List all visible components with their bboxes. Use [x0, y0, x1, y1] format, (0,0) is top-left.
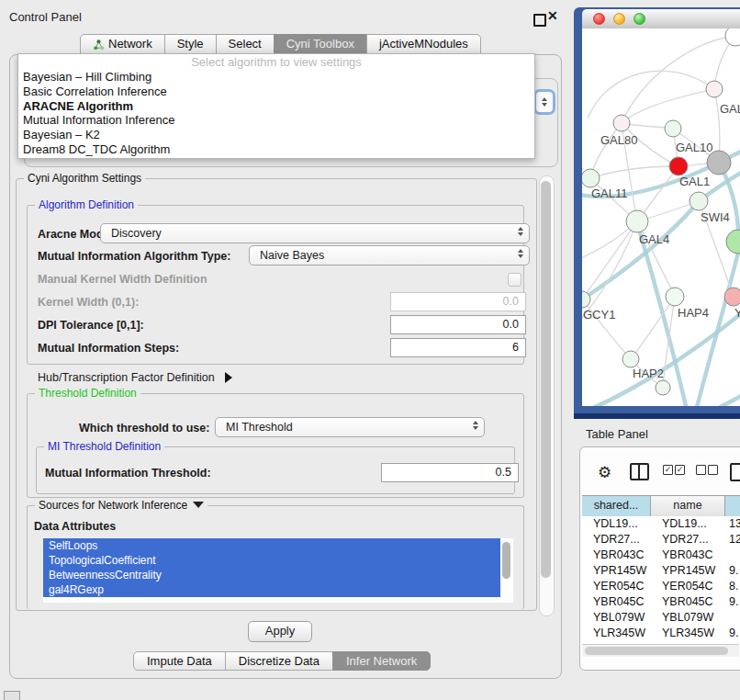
network-canvas[interactable]: GALGAL80GAL10GAL1GAL11SWI4GAL4GCY1HAP4YH…: [582, 28, 740, 406]
tab-discretize-data[interactable]: Discretize Data: [225, 651, 333, 671]
select-all-icon[interactable]: ✓: [675, 465, 685, 475]
table-row[interactable]: YDR27...YDR27...12: [582, 532, 740, 548]
attribute-item-selfloops[interactable]: SelfLoops: [43, 538, 500, 553]
scrollbar-thumb[interactable]: [541, 181, 551, 578]
network-node[interactable]: [656, 380, 670, 395]
network-node-gal1[interactable]: [669, 157, 688, 175]
table-row[interactable]: YBL079WYBL079W: [582, 610, 740, 626]
node-label: SWI4: [701, 210, 730, 224]
export-table-icon[interactable]: [730, 463, 740, 481]
control-panel-title: Control Panel: [9, 10, 82, 24]
algorithm-combo-arrow-focused[interactable]: [533, 89, 555, 115]
table-row[interactable]: YBR043CYBR043C: [582, 548, 740, 563]
dropdown-item-aracne-algorithm[interactable]: ARACNE Algorithm: [18, 99, 534, 114]
table-cell: YDL19...: [582, 516, 651, 532]
dropdown-item-bayesian-k2[interactable]: Bayesian – K2: [18, 128, 534, 142]
table-cell: YPR145W: [651, 563, 725, 579]
table-toolbar: ⚙ ✓ ✓: [580, 447, 740, 495]
network-node-hap4[interactable]: [666, 288, 684, 306]
settings-vertical-scrollbar[interactable]: [539, 175, 555, 616]
table-cell: YBL079W: [651, 610, 725, 626]
window-frame-bottom: [574, 413, 740, 419]
dropdown-item-dream8-dc-tdc-algorithm[interactable]: Dream8 DC_TDC Algorithm: [18, 142, 534, 157]
network-node[interactable]: [725, 28, 740, 46]
tab-style[interactable]: Style: [164, 34, 217, 54]
kernel-width-label: Kernel Width (0,1):: [38, 296, 139, 309]
column-header[interactable]: [725, 496, 740, 516]
select-all-icon[interactable]: ✓: [663, 465, 673, 475]
tab-cyni-toolbox[interactable]: Cyni Toolbox: [274, 34, 367, 54]
network-node-gal10[interactable]: [665, 120, 681, 137]
close-window-button[interactable]: [593, 13, 605, 25]
table-cell: YBL079W: [582, 610, 651, 626]
network-node-hap2[interactable]: [622, 351, 639, 367]
hub-definition-expander[interactable]: Hub/Transcription Factor Definition: [38, 371, 232, 384]
attribute-item-betweennesscentrality[interactable]: BetweennessCentrality: [43, 568, 500, 582]
which-threshold-value: MI Threshold: [226, 421, 293, 434]
aracne-mode-select[interactable]: Discovery: [100, 223, 530, 243]
deselect-all-icon[interactable]: [696, 465, 706, 475]
table-cell: YLR345W: [651, 626, 725, 641]
attribute-item-gal4rgexp[interactable]: gal4RGexp: [43, 582, 500, 597]
mi-steps-field[interactable]: 6: [390, 338, 526, 357]
zoom-window-button[interactable]: [633, 13, 645, 25]
network-node-gal[interactable]: [706, 81, 723, 97]
tab-jactivemnodules[interactable]: jActiveMNodules: [366, 34, 481, 54]
attribute-item-topologicalcoefficient[interactable]: TopologicalCoefficient: [43, 553, 500, 568]
float-window-icon[interactable]: [533, 14, 546, 27]
dock-panel-icon[interactable]: [4, 691, 20, 700]
minimize-window-button[interactable]: [613, 13, 625, 25]
table-row[interactable]: YLR345WYLR345W9.: [582, 626, 740, 641]
attr-list-scrollbar[interactable]: [500, 538, 513, 603]
table-row[interactable]: YER054CYER054C8.: [582, 579, 740, 594]
spinner-arrows-icon: [518, 249, 523, 258]
column-header[interactable]: shared...: [582, 496, 651, 516]
network-node-gal4[interactable]: [626, 210, 648, 232]
which-threshold-select[interactable]: MI Threshold: [215, 417, 485, 437]
manual-kernel-checkbox[interactable]: [508, 273, 521, 287]
tab-label: Select: [229, 35, 262, 53]
settings-gear-icon[interactable]: ⚙: [598, 463, 611, 482]
mi-type-label: Mutual Information Algorithm Type:: [38, 250, 230, 263]
table-horizontal-scrollbar[interactable]: [582, 644, 739, 657]
dropdown-item-basic-correlation-inference[interactable]: Basic Correlation Inference: [18, 85, 534, 99]
scrollbar-thumb[interactable]: [502, 542, 510, 579]
network-node-gal80[interactable]: [613, 115, 630, 131]
network-edge: [582, 221, 637, 299]
spinner-arrows-icon: [518, 227, 523, 236]
tab-impute-data[interactable]: Impute Data: [133, 651, 226, 671]
network-node-swi4[interactable]: [690, 192, 708, 210]
table-row[interactable]: YPR145WYPR145W9.: [582, 563, 740, 579]
network-node-gal11[interactable]: [582, 169, 600, 187]
table-row[interactable]: YBR045CYBR045C9.: [582, 594, 740, 610]
network-node-y[interactable]: [724, 288, 740, 306]
column-header[interactable]: name: [651, 496, 725, 516]
kernel-width-field[interactable]: 0.0: [390, 292, 526, 311]
tab-select[interactable]: Select: [216, 34, 275, 54]
table-cell: 12: [725, 532, 740, 548]
group-title: Threshold Definition: [35, 387, 140, 400]
network-node[interactable]: [726, 230, 740, 254]
node-label: GCY1: [583, 308, 615, 322]
mi-type-select[interactable]: Naive Bayes: [249, 245, 530, 265]
network-window-titlebar[interactable]: [582, 9, 740, 29]
network-node[interactable]: [707, 151, 731, 175]
node-label: GAL80: [600, 133, 637, 147]
dropdown-item-mutual-information-inference[interactable]: Mutual Information Inference: [18, 113, 534, 128]
tab-infer-network[interactable]: Infer Network: [332, 651, 431, 671]
mi-threshold-field[interactable]: 0.5: [381, 463, 519, 482]
network-edge: [696, 249, 739, 406]
table-row[interactable]: YDL19...YDL19...13: [582, 516, 740, 532]
close-icon[interactable]: ✕: [547, 8, 558, 23]
data-attributes-list[interactable]: SelfLoopsTopologicalCoefficientBetweenne…: [43, 538, 513, 603]
apply-button[interactable]: Apply: [248, 621, 312, 642]
scrollbar-thumb[interactable]: [585, 647, 728, 655]
tab-network[interactable]: Network: [80, 34, 165, 54]
dropdown-item-bayesian-hill-climbing[interactable]: Bayesian – Hill Climbing: [18, 70, 534, 85]
top-tab-bar: NetworkStyleSelectCyni ToolboxjActiveMNo…: [81, 34, 481, 54]
column-layout-icon[interactable]: [630, 463, 649, 480]
dpi-tolerance-field[interactable]: 0.0: [390, 315, 526, 334]
deselect-all-icon[interactable]: [708, 465, 718, 475]
node-label: GAL4: [639, 232, 669, 246]
table-cell: YBR045C: [582, 594, 651, 610]
